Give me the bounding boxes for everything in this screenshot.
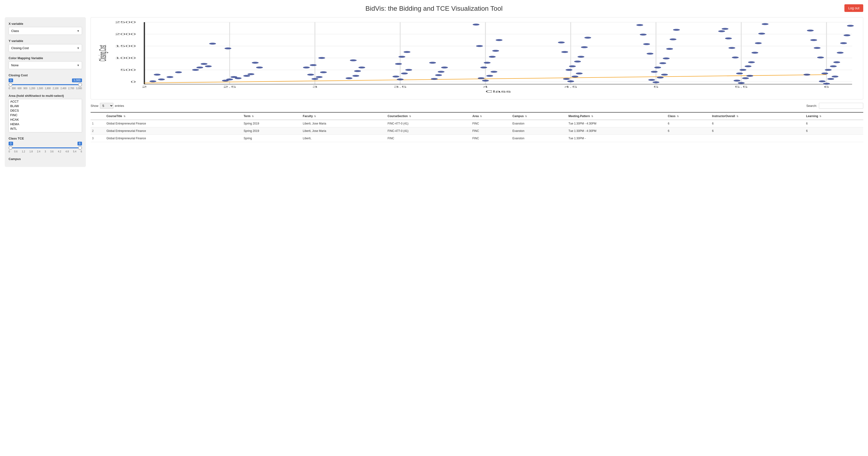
svg-point-132	[718, 30, 725, 32]
col-campus[interactable]: Campus ⇅	[511, 112, 567, 120]
entries-select[interactable]: 5 10 25 50 100	[100, 103, 114, 109]
svg-point-113	[640, 34, 647, 35]
x-variable-label: X variable	[8, 22, 82, 26]
cell-instructoroverall: 6	[711, 120, 805, 127]
svg-point-47	[235, 77, 242, 79]
svg-point-115	[636, 24, 643, 26]
col-instructoroverall[interactable]: InstructorOverall ⇅	[711, 112, 805, 120]
row-num: 3	[91, 135, 105, 142]
x-variable-select[interactable]: Class Closing.Cost InstructorOverall Lea…	[8, 27, 82, 35]
svg-point-43	[205, 65, 212, 67]
col-coursesection[interactable]: CourseSection ⇅	[386, 112, 471, 120]
svg-point-149	[803, 74, 810, 75]
svg-point-105	[651, 71, 658, 73]
svg-text:1000: 1000	[115, 57, 136, 59]
svg-point-64	[358, 66, 365, 68]
area-listbox[interactable]: ACCT BLAW DECS FINC HCAK HEMA INTL KACI …	[8, 99, 82, 132]
svg-point-73	[431, 78, 438, 80]
table-row: 1 Global Entrepreneurial Finance Spring …	[91, 120, 863, 127]
svg-point-35	[150, 80, 156, 82]
class-tce-ticks: 0 0.6 1.2 1.8 2.4 3 3.6 4.2 4.8 5.4 6	[8, 150, 82, 153]
svg-point-143	[814, 47, 820, 49]
row-num: 2	[91, 127, 105, 135]
svg-point-101	[652, 81, 659, 83]
svg-point-126	[728, 47, 736, 49]
closing-cost-thumb-right[interactable]	[78, 83, 82, 87]
svg-point-129	[758, 33, 765, 35]
col-term[interactable]: Term ⇅	[242, 112, 301, 120]
search-input[interactable]	[819, 103, 863, 109]
svg-point-100	[584, 37, 591, 39]
closing-cost-track[interactable]	[8, 84, 82, 85]
class-tce-thumb-left[interactable]	[8, 146, 12, 150]
show-label: Show	[91, 104, 98, 108]
table-row: 3 Global Entrepreneurial Finance Spring …	[91, 135, 863, 142]
svg-point-59	[303, 66, 310, 68]
entries-label: entries	[115, 104, 124, 108]
cell-coursesection: FINC	[386, 135, 471, 142]
cell-instructoroverall: 6	[711, 127, 805, 135]
table-header-row: CourseTitle ⇅ Term ⇅ Faculty ⇅ CourseSec…	[91, 112, 863, 120]
closing-cost-ticks: 0 300 600 900 1,200 1,500 1,800 2,100 2,…	[8, 87, 82, 90]
svg-point-108	[663, 58, 670, 59]
svg-point-117	[734, 80, 740, 82]
class-tce-labels: 0 6	[8, 142, 82, 146]
y-variable-select[interactable]: Closing.Cost Class InstructorOverall Lea…	[8, 44, 82, 52]
cell-coursetitle: Global Entrepreneurial Finance	[105, 120, 242, 127]
col-meetingpattern[interactable]: Meeting.Pattern ⇅	[567, 112, 666, 120]
svg-point-71	[398, 56, 405, 58]
svg-point-114	[673, 29, 680, 31]
svg-point-138	[825, 69, 832, 71]
svg-point-135	[828, 78, 834, 80]
class-tce-thumb-right[interactable]	[78, 146, 82, 150]
data-table: CourseTitle ⇅ Term ⇅ Faculty ⇅ CourseSec…	[91, 112, 863, 142]
svg-point-91	[572, 75, 579, 78]
svg-point-49	[222, 80, 229, 82]
color-mapping-section: Color Mapping Variable None Area Campus …	[8, 56, 82, 69]
cell-faculty: Liberti,	[301, 135, 386, 142]
class-tce-track[interactable]	[8, 147, 82, 148]
col-class[interactable]: Class ⇅	[666, 112, 710, 120]
svg-point-141	[817, 57, 824, 58]
y-variable-label: Y variable	[8, 39, 82, 43]
col-area[interactable]: Area ⇅	[471, 112, 511, 120]
campus-label: Campus	[8, 157, 82, 161]
svg-point-142	[837, 52, 844, 54]
page-title: BidVis: the Bidding and TCE Visualizatio…	[0, 0, 868, 15]
svg-text:3: 3	[312, 85, 317, 88]
row-num: 1	[91, 120, 105, 127]
svg-text:2: 2	[142, 85, 147, 88]
svg-point-128	[725, 37, 732, 39]
logout-button[interactable]: Log out	[844, 4, 863, 12]
svg-point-99	[558, 41, 565, 43]
svg-text:4: 4	[483, 85, 488, 88]
col-coursetitle[interactable]: CourseTitle ⇅	[105, 112, 242, 120]
svg-point-112	[670, 38, 677, 40]
cell-class	[666, 135, 710, 142]
svg-point-85	[492, 50, 499, 52]
closing-cost-thumb-left[interactable]	[8, 83, 12, 87]
table-row: 2 Global Entrepreneurial Finance Spring …	[91, 127, 863, 135]
svg-text:Class: Class	[485, 90, 511, 93]
cell-campus: Evanston	[511, 135, 567, 142]
svg-text:5.5: 5.5	[735, 85, 748, 88]
svg-point-82	[480, 66, 487, 68]
svg-point-109	[647, 53, 653, 55]
svg-point-81	[491, 71, 498, 73]
svg-point-70	[395, 63, 402, 65]
svg-point-97	[561, 51, 568, 53]
svg-point-57	[320, 71, 327, 73]
svg-point-86	[476, 45, 483, 47]
svg-point-54	[312, 78, 318, 80]
svg-point-136	[832, 75, 838, 78]
cell-meetingpattern: Tue 1:30PM - 4:30PM	[567, 120, 666, 127]
col-rownum	[91, 112, 105, 120]
svg-point-102	[648, 79, 655, 81]
svg-text:2500: 2500	[115, 21, 136, 24]
svg-point-98	[581, 46, 588, 48]
svg-point-127	[755, 42, 762, 44]
col-learning[interactable]: Learning ⇅	[805, 112, 863, 120]
table-body: 1 Global Entrepreneurial Finance Spring …	[91, 120, 863, 142]
color-mapping-select[interactable]: None Area Campus Term	[8, 61, 82, 69]
col-faculty[interactable]: Faculty ⇅	[301, 112, 386, 120]
